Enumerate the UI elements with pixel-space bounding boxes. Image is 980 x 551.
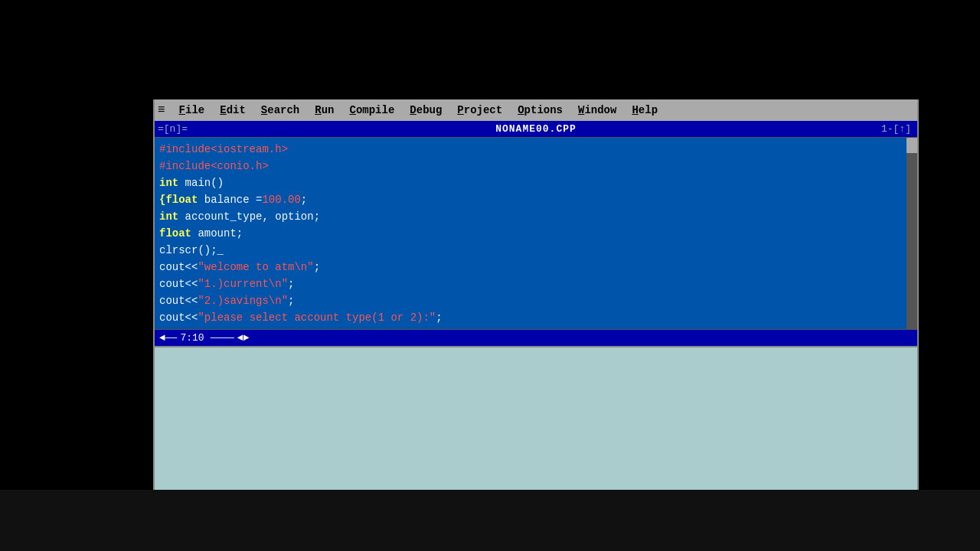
status-arrows: ◄—— xyxy=(159,332,177,344)
line-info: 1-[↑] xyxy=(881,123,911,135)
menu-help[interactable]: Help xyxy=(624,103,665,118)
cursor-position: 7:10 xyxy=(180,332,204,344)
top-edge xyxy=(0,0,980,99)
code-editor[interactable]: #include<iostream.h> #include<conio.h> i… xyxy=(155,138,917,329)
menu-debug[interactable]: Debug xyxy=(402,103,449,118)
code-line-11: cout<<"please select account type(1 or 2… xyxy=(159,309,913,326)
status-bar: ◄—— 7:10 ———— ◄► xyxy=(155,329,917,346)
bottom-edge xyxy=(0,490,980,551)
menu-run[interactable]: Run xyxy=(307,103,341,118)
code-line-1: #include<iostream.h> xyxy=(159,141,913,158)
menu-search[interactable]: Search xyxy=(253,103,307,118)
status-cursor-icon: ◄► xyxy=(237,332,250,344)
code-line-4: {float balance =100.00; xyxy=(159,191,913,208)
status-dashes: ———— xyxy=(211,332,234,344)
menu-project[interactable]: Project xyxy=(449,103,510,118)
menu-options[interactable]: Options xyxy=(510,103,570,118)
code-line-5: int account_type, option; xyxy=(159,208,913,225)
menu-edit[interactable]: Edit xyxy=(212,103,253,118)
menu-compile[interactable]: Compile xyxy=(342,103,403,118)
code-line-9: cout<<"1.)current\n"; xyxy=(159,276,913,292)
menu-window[interactable]: Window xyxy=(570,103,624,118)
code-line-2: #include<conio.h> xyxy=(159,158,913,174)
menu-file[interactable]: File xyxy=(172,103,213,118)
ide-window: ≡ File Edit Search Run Compile Debug Pro… xyxy=(153,98,919,534)
scrollbar-thumb[interactable] xyxy=(906,138,917,153)
menu-bar: ≡ File Edit Search Run Compile Debug Pro… xyxy=(155,99,917,121)
menu-icon: ≡ xyxy=(158,103,165,117)
vertical-scrollbar[interactable] xyxy=(906,138,917,329)
code-line-7: clrscr();_ xyxy=(159,242,913,259)
window-bracket: =[n]= xyxy=(158,123,188,135)
code-line-10: cout<<"2.)savings\n"; xyxy=(159,292,913,309)
code-line-8: cout<<"welcome to atm\n"; xyxy=(159,259,913,276)
code-line-6: float amount; xyxy=(159,225,913,242)
code-titlebar: =[n]= NONAME00.CPP 1-[↑] xyxy=(155,121,917,138)
filename-label: NONAME00.CPP xyxy=(495,123,577,135)
code-line-3: int main() xyxy=(159,174,913,191)
